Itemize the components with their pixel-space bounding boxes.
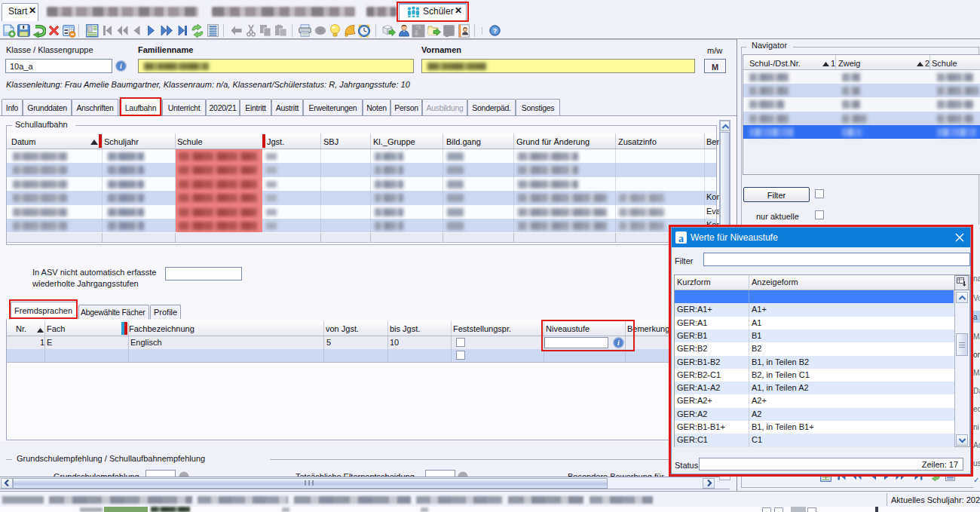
svg-text:i: i [120, 62, 122, 70]
svg-text:TB: TB [415, 25, 421, 29]
svg-text:?: ? [493, 27, 498, 35]
